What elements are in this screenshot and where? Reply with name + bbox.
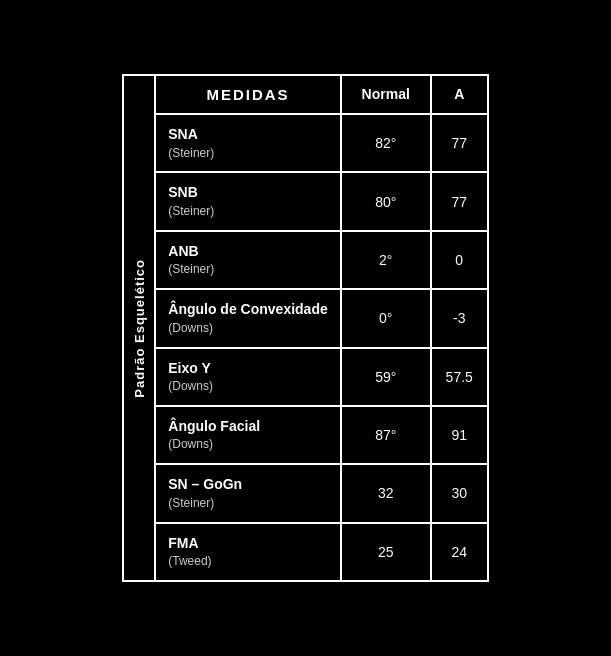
measure-sub-label: (Steiner) [168,495,327,512]
cell-normal-value: 2° [342,232,432,288]
table-row: Ângulo de Convexidade (Downs) 0° -3 [156,290,486,348]
measure-name-label: SN – GoGn [168,475,327,495]
cell-normal-value: 59° [342,349,432,405]
measure-sub-label: (Tweed) [168,553,327,570]
table-row: SN – GoGn (Steiner) 32 30 [156,465,486,523]
header-normal: Normal [342,76,432,113]
cell-a-value: 77 [432,173,487,229]
cell-normal-value: 82° [342,115,432,171]
table-body: SNA (Steiner) 82° 77 SNB (Steiner) 80° 7… [156,115,486,580]
cell-measure-name: Ângulo de Convexidade (Downs) [156,290,341,346]
cell-a-value: 0 [432,232,487,288]
measure-name-label: Ângulo de Convexidade [168,300,327,320]
measure-sub-label: (Downs) [168,436,327,453]
cell-a-value: -3 [432,290,487,346]
measure-sub-label: (Downs) [168,320,327,337]
data-table: MEDIDAS Normal A SNA (Steiner) 82° 77 SN… [156,76,486,580]
cell-measure-name: Eixo Y (Downs) [156,349,341,405]
measure-name-label: ANB [168,242,327,262]
rotated-category-label: Padrão Esquelético [132,259,147,398]
measure-sub-label: (Steiner) [168,261,327,278]
cell-a-value: 24 [432,524,487,580]
table-row: Eixo Y (Downs) 59° 57.5 [156,349,486,407]
measure-sub-label: (Steiner) [168,203,327,220]
cell-normal-value: 80° [342,173,432,229]
table-row: SNB (Steiner) 80° 77 [156,173,486,231]
cell-normal-value: 25 [342,524,432,580]
cell-normal-value: 87° [342,407,432,463]
cell-measure-name: SNA (Steiner) [156,115,341,171]
table-row: Ângulo Facial (Downs) 87° 91 [156,407,486,465]
measure-name-label: SNA [168,125,327,145]
rotated-label-cell: Padrão Esquelético [124,76,156,580]
cell-measure-name: ANB (Steiner) [156,232,341,288]
cell-a-value: 77 [432,115,487,171]
header-a: A [432,76,487,113]
cell-measure-name: FMA (Tweed) [156,524,341,580]
table-header-row: MEDIDAS Normal A [156,76,486,115]
cell-normal-value: 32 [342,465,432,521]
cell-measure-name: SN – GoGn (Steiner) [156,465,341,521]
cell-normal-value: 0° [342,290,432,346]
table-row: SNA (Steiner) 82° 77 [156,115,486,173]
cell-measure-name: SNB (Steiner) [156,173,341,229]
cell-measure-name: Ângulo Facial (Downs) [156,407,341,463]
cell-a-value: 57.5 [432,349,487,405]
cell-a-value: 91 [432,407,487,463]
measure-name-label: SNB [168,183,327,203]
main-table-container: Padrão Esquelético MEDIDAS Normal A SNA … [122,74,488,582]
table-row: FMA (Tweed) 25 24 [156,524,486,580]
measure-sub-label: (Downs) [168,378,327,395]
header-medidas: MEDIDAS [156,76,341,113]
measure-sub-label: (Steiner) [168,145,327,162]
measure-name-label: Ângulo Facial [168,417,327,437]
table-row: ANB (Steiner) 2° 0 [156,232,486,290]
measure-name-label: Eixo Y [168,359,327,379]
measure-name-label: FMA [168,534,327,554]
cell-a-value: 30 [432,465,487,521]
